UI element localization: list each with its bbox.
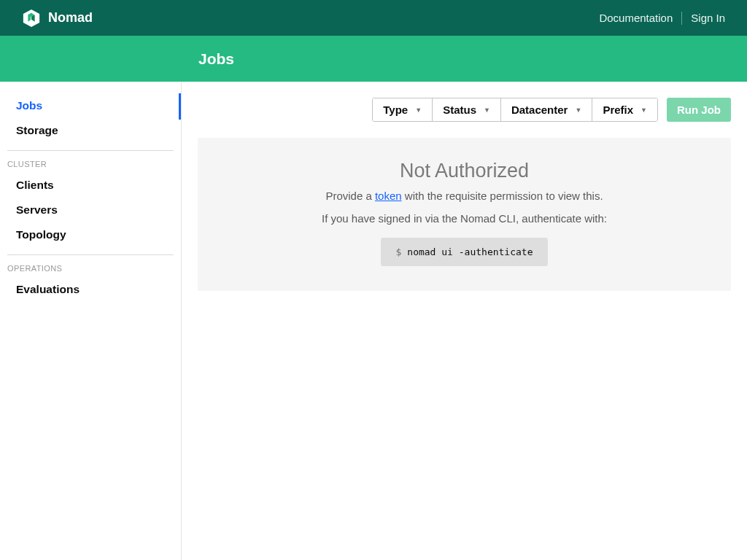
sidebar-item-evaluations[interactable]: Evaluations bbox=[7, 277, 174, 302]
documentation-link[interactable]: Documentation bbox=[599, 12, 673, 24]
not-authorized-panel: Not Authorized Provide a token with the … bbox=[198, 138, 731, 291]
not-authorized-line2: If you have signed in via the Nomad CLI,… bbox=[220, 212, 709, 225]
line1-pre: Provide a bbox=[325, 190, 375, 202]
sign-in-link[interactable]: Sign In bbox=[691, 12, 725, 24]
sidebar-section-operations: OPERATIONS bbox=[7, 254, 174, 277]
filter-status-label: Status bbox=[443, 104, 476, 116]
nomad-logo-icon bbox=[22, 9, 41, 28]
page-title: Jobs bbox=[198, 50, 234, 68]
sidebar-item-clients[interactable]: Clients bbox=[7, 173, 174, 198]
jobs-toolbar: Type ▼ Status ▼ Datacenter ▼ Prefix ▼ Ru… bbox=[198, 98, 731, 122]
chevron-down-icon: ▼ bbox=[415, 106, 422, 114]
brand-text: Nomad bbox=[48, 10, 93, 26]
active-indicator bbox=[179, 93, 181, 120]
not-authorized-line1: Provide a token with the requisite permi… bbox=[220, 190, 709, 202]
sidebar-section-cluster: CLUSTER bbox=[7, 150, 174, 173]
not-authorized-heading: Not Authorized bbox=[220, 160, 709, 182]
run-job-button[interactable]: Run Job bbox=[667, 98, 731, 122]
cli-command: nomad ui -authenticate bbox=[407, 246, 533, 257]
filter-type[interactable]: Type ▼ bbox=[373, 98, 433, 121]
chevron-down-icon: ▼ bbox=[640, 106, 647, 114]
sidebar-item-storage[interactable]: Storage bbox=[7, 118, 174, 143]
sub-header: Jobs bbox=[0, 36, 747, 82]
filter-type-label: Type bbox=[383, 104, 408, 116]
sidebar-item-servers[interactable]: Servers bbox=[7, 198, 174, 222]
filter-prefix[interactable]: Prefix ▼ bbox=[592, 98, 657, 121]
filter-prefix-label: Prefix bbox=[603, 104, 633, 116]
filter-status[interactable]: Status ▼ bbox=[433, 98, 501, 121]
cli-command-box: $nomad ui -authenticate bbox=[381, 238, 547, 266]
filter-datacenter[interactable]: Datacenter ▼ bbox=[501, 98, 592, 121]
filter-datacenter-label: Datacenter bbox=[511, 104, 568, 116]
top-bar: Nomad Documentation Sign In bbox=[0, 0, 747, 36]
chevron-down-icon: ▼ bbox=[575, 106, 581, 114]
filter-group: Type ▼ Status ▼ Datacenter ▼ Prefix ▼ bbox=[372, 98, 658, 122]
line1-post: with the requisite permission to view th… bbox=[402, 190, 603, 202]
cli-prompt: $ bbox=[395, 246, 401, 257]
main-content: Type ▼ Status ▼ Datacenter ▼ Prefix ▼ Ru… bbox=[182, 82, 747, 560]
token-link[interactable]: token bbox=[375, 190, 402, 202]
sidebar-item-topology[interactable]: Topology bbox=[7, 222, 174, 247]
sidebar-item-jobs[interactable]: Jobs bbox=[7, 93, 174, 118]
sidebar: Jobs Storage CLUSTER Clients Servers Top… bbox=[0, 82, 182, 560]
topbar-divider bbox=[681, 12, 682, 25]
brand[interactable]: Nomad bbox=[22, 9, 93, 28]
chevron-down-icon: ▼ bbox=[484, 106, 490, 114]
